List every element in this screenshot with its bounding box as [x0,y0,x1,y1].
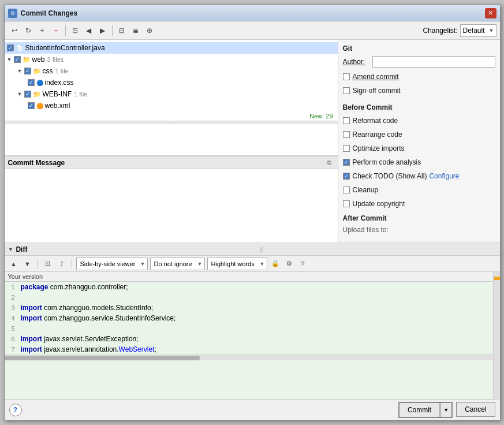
rearrange-row[interactable]: Rearrange code [343,129,495,140]
tree-item-webxml[interactable]: ✓ 🟠 web.xml [5,100,338,111]
close-button[interactable]: ✕ [485,8,496,18]
checkbox-controller[interactable]: ✓ [7,44,14,51]
folder-name-web: web [32,55,45,64]
diff-expand-icon[interactable]: ▼ [8,246,14,252]
resize-handle[interactable]: ··· [5,121,338,124]
toolbar-separator-1 [65,25,66,36]
toolbar-btn-expand[interactable]: ≣ [129,24,142,37]
code-analysis-checkbox[interactable]: ✓ [343,159,350,166]
sign-off-row[interactable]: Sign-off commit [343,85,495,96]
folder-name-webinf: WEB-INF [43,90,72,98]
checkbox-webinf[interactable]: ✓ [24,91,31,98]
v-scrollbar[interactable] [493,272,500,399]
toolbar-btn-redo[interactable]: ↻ [22,24,35,37]
commit-message-input[interactable] [5,169,338,243]
title-bar: ⚙ Commit Changes ✕ [5,5,500,21]
tree-item-webinf[interactable]: ▼ ✓ 📁 WEB-INF 1 file [5,88,338,100]
tree-item-controller[interactable]: ✓ 📄 StudentInfoController.java [5,42,338,54]
update-copyright-checkbox[interactable] [343,200,350,207]
checkbox-index-css[interactable]: ✓ [28,79,35,86]
diff-prev-btn[interactable]: ▲ [8,258,20,270]
main-content: ✓ 📄 StudentInfoController.java ▼ ✓ 📁 web… [5,40,500,243]
toolbar-btn-remove[interactable]: － [50,24,62,37]
tree-item-index-css[interactable]: ✓ 🔵 index.css [5,77,338,88]
optimize-row[interactable]: Optimize imports [343,143,495,154]
file-icon-index-css: 🔵 [36,80,43,86]
check-todo-row[interactable]: ✓ Check TODO (Show All) Configure [343,170,495,182]
configure-link[interactable]: Configure [429,172,459,180]
code-analysis-row[interactable]: ✓ Perform code analysis [343,156,495,168]
folder-icon-css: 📁 [33,68,41,75]
commit-button[interactable]: Commit [399,402,440,417]
reformat-checkbox[interactable] [343,117,350,124]
update-copyright-row[interactable]: Update copyright [343,198,495,210]
file-tree[interactable]: ✓ 📄 StudentInfoController.java ▼ ✓ 📁 web… [5,40,338,156]
optimize-checkbox[interactable] [343,145,350,152]
file-icon-webxml: 🟠 [36,103,43,109]
help-button[interactable]: ? [9,404,22,416]
toolbar-btn-move[interactable]: ⊟ [115,24,128,37]
toolbar-btn-refresh[interactable]: ↩ [8,24,21,37]
checkbox-css[interactable]: ✓ [24,68,31,74]
tree-item-web[interactable]: ▼ ✓ 📁 web 3 files [5,54,338,65]
diff-lock-btn[interactable]: 🔒 [270,258,281,270]
diff-export-btn[interactable]: ⤴ [56,258,68,270]
checkbox-webxml[interactable]: ✓ [28,102,35,109]
h-scrollbar[interactable] [5,355,493,360]
code-line-1: 1 package com.zhangguo.controller; [5,282,493,292]
line-num-4: 4 [5,315,18,322]
code-line-5: 5 [5,323,493,334]
git-section-title: Git [343,44,495,53]
reformat-row[interactable]: Reformat code [343,115,495,126]
checkbox-web[interactable]: ✓ [14,56,21,63]
bottom-actions: Commit ▼ Cancel [398,402,495,418]
diff-frame-btn[interactable]: ⊡ [42,258,54,270]
diff-resize-handle[interactable]: ||| [27,247,496,252]
window-icon: ⚙ [8,9,17,18]
right-panel: Git Author: Amend commit Sign-off commit [338,40,500,243]
toolbar-btn-prev[interactable]: ◀ [83,24,95,37]
check-todo-checkbox[interactable]: ✓ [343,173,350,180]
file-name-webxml: web.xml [45,102,70,110]
amend-commit-row[interactable]: Amend commit [343,71,495,83]
commit-dropdown-button[interactable]: ▼ [440,402,452,417]
diff-help-btn[interactable]: ? [297,258,309,270]
ignore-select[interactable]: Do not ignore [150,258,205,270]
new-badge: New: 29 [5,111,338,121]
commit-msg-copy-btn[interactable]: ⧉ [324,158,334,167]
cleanup-label: Cleanup [353,186,379,194]
toolbar-btn-add[interactable]: ＋ [36,24,48,37]
changelist-label: Changelist: [423,27,457,35]
toolbar-btn-diff[interactable]: ⊟ [69,24,81,37]
bottom-bar: ? Commit ▼ Cancel [5,399,500,420]
rearrange-checkbox[interactable] [343,131,350,138]
cancel-button[interactable]: Cancel [456,402,495,417]
changelist-container: Changelist: Default ▼ [423,24,496,37]
changelist-select[interactable]: Default [460,24,496,37]
commit-button-group: Commit ▼ [398,402,453,418]
line-content-1: package com.zhangguo.controller; [18,283,493,291]
viewer-select[interactable]: Side-by-side viewer [76,258,148,270]
commit-message-section: Commit Message ⧉ [5,156,338,243]
check-todo-label: Check TODO (Show All) [353,172,427,180]
h-scrollbar-thumb[interactable] [5,356,200,360]
line-content-6: import javax.servlet.ServletException; [18,335,493,343]
highlight-select[interactable]: Highlight words [207,258,267,270]
cleanup-row[interactable]: Cleanup [343,184,495,196]
amend-commit-checkbox[interactable] [343,73,350,80]
author-input[interactable] [372,56,495,68]
sign-off-checkbox[interactable] [343,87,350,94]
arrow-css: ▼ [17,68,23,74]
line-content-7: import javax.servlet.annotation.WebServl… [18,345,493,353]
main-window: ⚙ Commit Changes ✕ ↩ ↻ ＋ － ⊟ ◀ ▶ ⊟ ≣ ⊕ C… [4,5,501,420]
diff-code-area[interactable]: Your version 1 package com.zhangguo.cont… [5,272,493,399]
cleanup-checkbox[interactable] [343,187,350,193]
toolbar-btn-collapse[interactable]: ⊕ [143,24,156,37]
toolbar-btn-next[interactable]: ▶ [96,24,109,37]
diff-next-btn[interactable]: ▼ [22,258,33,270]
file-count-web: 3 files [47,56,64,63]
diff-settings-btn[interactable]: ⚙ [283,258,295,270]
diff-sep-2 [72,259,72,269]
line-content-4: import com.zhangguo.service.StudentInfoS… [18,314,493,322]
tree-item-css[interactable]: ▼ ✓ 📁 css 1 file [5,65,338,77]
